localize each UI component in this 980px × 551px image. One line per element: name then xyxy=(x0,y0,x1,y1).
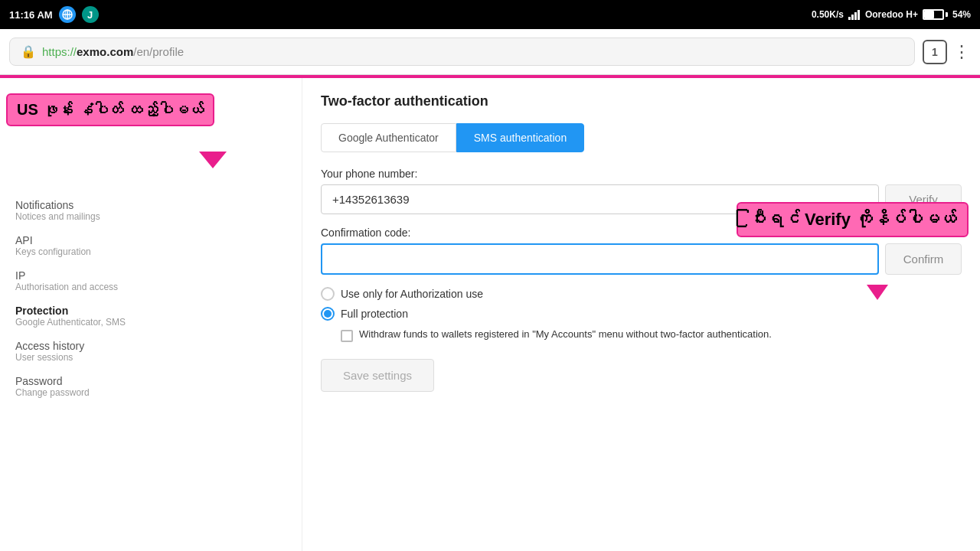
sidebar-notifications-subtitle: Notices and mailings xyxy=(15,211,286,222)
status-right: 0.50K/s Ooredoo H+ 54% xyxy=(812,9,971,20)
sidebar-api-subtitle: Keys configuration xyxy=(15,246,286,257)
status-time: 11:16 AM xyxy=(9,9,53,21)
more-options-icon[interactable]: ⋮ xyxy=(953,42,971,62)
url-text: https://exmo.com/en/profile xyxy=(42,45,184,58)
sidebar-item-protection[interactable]: Protection Google Authenticator, SMS xyxy=(0,298,302,334)
radio-full-protection-circle xyxy=(321,307,335,321)
url-path: /en/profile xyxy=(133,45,184,58)
withdraw-checkbox-item[interactable]: Withdraw funds to wallets registered in … xyxy=(341,328,962,342)
radio-group: Use only for Authorization use Full prot… xyxy=(321,287,962,321)
battery-percent: 54% xyxy=(952,9,971,20)
confirmation-input[interactable] xyxy=(321,243,879,275)
radio-full-protection-inner xyxy=(324,310,332,318)
annotation-right: ပြီးရင် Verify ကိုနိပ်ပါမယ် xyxy=(737,202,969,237)
sidebar-protection-title: Protection xyxy=(15,305,286,317)
content-area: ပြီးရင် Verify ကိုနိပ်ပါမယ် Two-factor a… xyxy=(302,78,980,551)
main-layout: US ဖုန်း နံပါတ် ထည့်ပါမယ် Notifications … xyxy=(0,78,980,551)
radio-auth-only-circle xyxy=(321,287,335,301)
url-bar[interactable]: 🔒 https://exmo.com/en/profile xyxy=(9,37,915,66)
phone-label: Your phone number: xyxy=(321,168,962,180)
sidebar-protection-subtitle: Google Authenticator, SMS xyxy=(15,317,286,328)
sidebar-item-ip[interactable]: IP Authorisation and access xyxy=(0,263,302,298)
sidebar-notifications-title: Notifications xyxy=(15,199,286,211)
annotation-left: US ဖုန်း နံပါတ် ထည့်ပါမယ် xyxy=(6,93,214,126)
confirmation-row: Confirm xyxy=(321,243,962,275)
radio-auth-only[interactable]: Use only for Authorization use xyxy=(321,287,962,301)
url-domain: exmo.com xyxy=(77,45,133,58)
app-icon: J xyxy=(82,6,99,23)
sidebar-item-access-history[interactable]: Access history User sessions xyxy=(0,334,302,369)
withdraw-checkbox-label: Withdraw funds to wallets registered in … xyxy=(359,328,772,340)
carrier: Ooredoo H+ xyxy=(865,9,918,20)
browser-bar: 🔒 https://exmo.com/en/profile 1 ⋮ xyxy=(0,29,980,75)
auth-tabs: Google Authenticator SMS authentication xyxy=(321,123,962,152)
battery-indicator xyxy=(923,9,948,20)
url-https: https:// xyxy=(42,45,77,58)
tab-count[interactable]: 1 xyxy=(923,40,947,64)
sidebar-item-api[interactable]: API Keys configuration xyxy=(0,228,302,263)
section-title: Two-factor authentication xyxy=(321,93,962,109)
browser-actions: 1 ⋮ xyxy=(923,40,971,64)
lock-icon: 🔒 xyxy=(21,44,36,59)
svg-rect-4 xyxy=(848,17,851,20)
radio-full-protection[interactable]: Full protection xyxy=(321,307,962,321)
save-settings-button[interactable]: Save settings xyxy=(321,359,434,392)
radio-full-protection-label: Full protection xyxy=(341,308,408,320)
sidebar-password-subtitle: Change password xyxy=(15,387,286,398)
sidebar-ip-subtitle: Authorisation and access xyxy=(15,282,286,292)
annotation-arrow-left xyxy=(199,152,227,168)
status-left: 11:16 AM J xyxy=(9,6,99,23)
sidebar-access-title: Access history xyxy=(15,340,286,352)
vpn-icon xyxy=(59,6,76,23)
sidebar-item-notifications[interactable]: Notifications Notices and mailings xyxy=(0,193,302,228)
signal-icon xyxy=(848,9,861,20)
tab-google-authenticator[interactable]: Google Authenticator xyxy=(321,123,456,152)
withdraw-checkbox[interactable] xyxy=(341,330,353,342)
svg-rect-7 xyxy=(858,10,860,20)
svg-rect-5 xyxy=(851,15,854,20)
status-bar: 11:16 AM J 0.50K/s Ooredoo H+ 54% xyxy=(0,0,980,29)
sidebar: US ဖုန်း နံပါတ် ထည့်ပါမယ် Notifications … xyxy=(0,78,302,551)
sidebar-ip-title: IP xyxy=(15,269,286,282)
annotation-arrow-right xyxy=(867,285,888,300)
sidebar-item-password[interactable]: Password Change password xyxy=(0,369,302,404)
network-speed: 0.50K/s xyxy=(812,9,844,20)
tab-sms-authentication[interactable]: SMS authentication xyxy=(456,123,584,152)
radio-auth-only-label: Use only for Authorization use xyxy=(341,288,483,300)
svg-rect-6 xyxy=(854,12,857,20)
sidebar-api-title: API xyxy=(15,234,286,246)
confirm-button[interactable]: Confirm xyxy=(885,243,962,275)
sidebar-password-title: Password xyxy=(15,375,286,387)
sidebar-access-subtitle: User sessions xyxy=(15,352,286,363)
